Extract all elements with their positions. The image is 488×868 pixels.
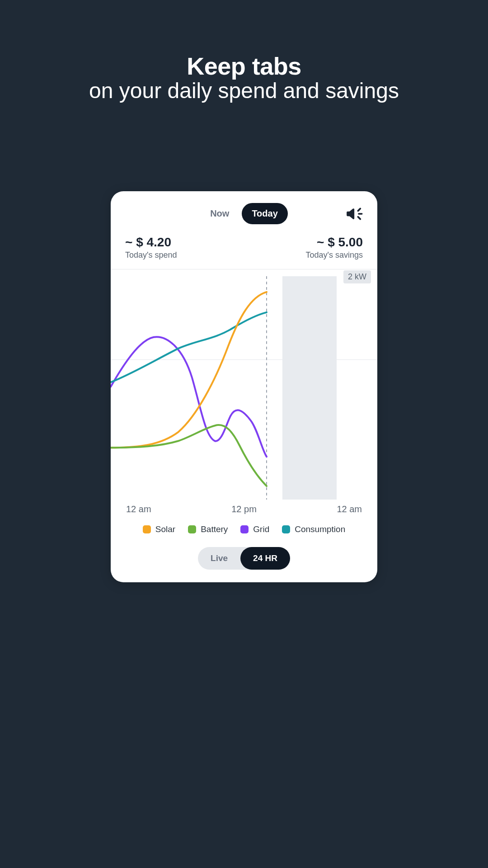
svg-line-0 bbox=[358, 208, 360, 211]
swatch-solar bbox=[143, 525, 151, 533]
x-axis-labels: 12 am 12 pm 12 am bbox=[124, 500, 364, 514]
chart-legend: Solar Battery Grid Consumption bbox=[124, 524, 364, 534]
energy-card: Now Today ~ $ 4.20 Today's spend ~ $ 5.0… bbox=[111, 191, 377, 582]
view-tabs: Now Today bbox=[200, 203, 288, 224]
swatch-battery bbox=[188, 525, 196, 533]
legend-consumption: Consumption bbox=[282, 524, 345, 534]
legend-battery: Battery bbox=[188, 524, 228, 534]
heading-bold: Keep tabs bbox=[0, 52, 488, 80]
legend-grid: Grid bbox=[240, 524, 269, 534]
svg-line-2 bbox=[358, 217, 360, 219]
top-row: Now Today bbox=[124, 203, 364, 224]
announcement-icon[interactable] bbox=[345, 204, 364, 223]
svg-rect-4 bbox=[282, 276, 337, 500]
x-label-mid: 12 pm bbox=[231, 504, 257, 514]
tab-live[interactable]: Live bbox=[198, 547, 240, 570]
spend-label: Today's spend bbox=[125, 250, 177, 260]
timeframe-tabs: Live 24 HR bbox=[124, 547, 364, 570]
heading-light: on your daily spend and savings bbox=[0, 78, 488, 103]
energy-line-chart bbox=[111, 269, 377, 500]
savings-label: Today's savings bbox=[305, 250, 363, 260]
chart-area: 2 kW bbox=[111, 269, 377, 500]
y-axis-badge: 2 kW bbox=[343, 270, 371, 283]
x-label-right: 12 am bbox=[337, 504, 362, 514]
savings-value: ~ $ 5.00 bbox=[305, 235, 363, 250]
spend-value: ~ $ 4.20 bbox=[125, 235, 177, 250]
tab-now[interactable]: Now bbox=[200, 203, 239, 224]
metric-savings: ~ $ 5.00 Today's savings bbox=[305, 235, 363, 260]
tab-today[interactable]: Today bbox=[242, 203, 287, 224]
metrics-row: ~ $ 4.20 Today's spend ~ $ 5.00 Today's … bbox=[124, 235, 364, 260]
x-label-left: 12 am bbox=[126, 504, 151, 514]
swatch-grid bbox=[240, 525, 249, 533]
page-heading: Keep tabs on your daily spend and saving… bbox=[0, 52, 488, 103]
metric-spend: ~ $ 4.20 Today's spend bbox=[125, 235, 177, 260]
legend-solar: Solar bbox=[143, 524, 175, 534]
swatch-consumption bbox=[282, 525, 290, 533]
tab-24hr[interactable]: 24 HR bbox=[240, 547, 290, 570]
